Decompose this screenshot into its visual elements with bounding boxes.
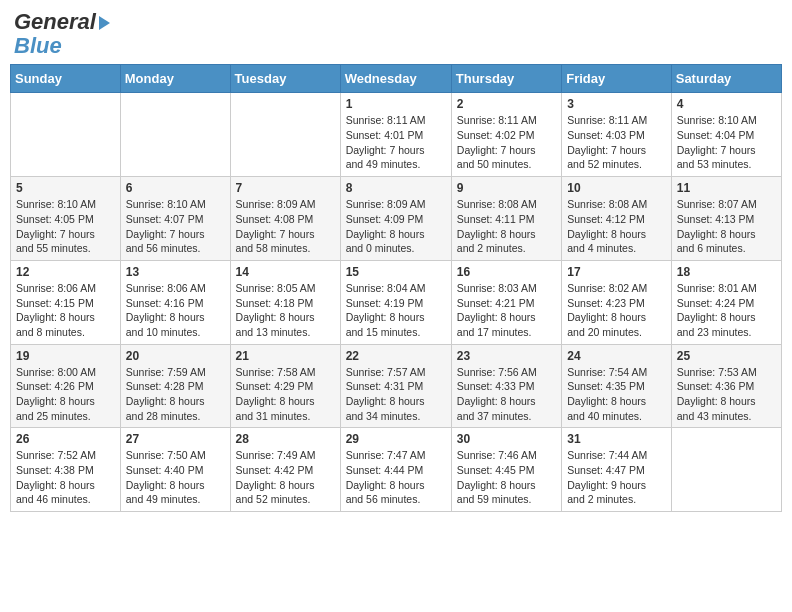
- cell-content: Sunrise: 8:06 AMSunset: 4:15 PMDaylight:…: [16, 281, 115, 340]
- calendar-cell: 28Sunrise: 7:49 AMSunset: 4:42 PMDayligh…: [230, 428, 340, 512]
- cell-content: Sunrise: 8:08 AMSunset: 4:12 PMDaylight:…: [567, 197, 666, 256]
- logo-general: General: [14, 10, 110, 34]
- day-number: 4: [677, 97, 776, 111]
- day-number: 23: [457, 349, 556, 363]
- calendar-cell: 26Sunrise: 7:52 AMSunset: 4:38 PMDayligh…: [11, 428, 121, 512]
- cell-content: Sunrise: 8:11 AMSunset: 4:02 PMDaylight:…: [457, 113, 556, 172]
- calendar-cell: 9Sunrise: 8:08 AMSunset: 4:11 PMDaylight…: [451, 177, 561, 261]
- calendar-cell: 13Sunrise: 8:06 AMSunset: 4:16 PMDayligh…: [120, 260, 230, 344]
- col-header-saturday: Saturday: [671, 65, 781, 93]
- calendar-cell: 18Sunrise: 8:01 AMSunset: 4:24 PMDayligh…: [671, 260, 781, 344]
- cell-content: Sunrise: 8:05 AMSunset: 4:18 PMDaylight:…: [236, 281, 335, 340]
- calendar-cell: 10Sunrise: 8:08 AMSunset: 4:12 PMDayligh…: [562, 177, 672, 261]
- day-number: 26: [16, 432, 115, 446]
- calendar-cell: 4Sunrise: 8:10 AMSunset: 4:04 PMDaylight…: [671, 93, 781, 177]
- day-number: 15: [346, 265, 446, 279]
- day-number: 2: [457, 97, 556, 111]
- calendar-cell: 16Sunrise: 8:03 AMSunset: 4:21 PMDayligh…: [451, 260, 561, 344]
- calendar-cell: 24Sunrise: 7:54 AMSunset: 4:35 PMDayligh…: [562, 344, 672, 428]
- calendar-cell: 3Sunrise: 8:11 AMSunset: 4:03 PMDaylight…: [562, 93, 672, 177]
- cell-content: Sunrise: 7:46 AMSunset: 4:45 PMDaylight:…: [457, 448, 556, 507]
- week-row-4: 19Sunrise: 8:00 AMSunset: 4:26 PMDayligh…: [11, 344, 782, 428]
- cell-content: Sunrise: 8:11 AMSunset: 4:03 PMDaylight:…: [567, 113, 666, 172]
- page-header: General Blue: [10, 10, 782, 58]
- cell-content: Sunrise: 7:54 AMSunset: 4:35 PMDaylight:…: [567, 365, 666, 424]
- cell-content: Sunrise: 7:44 AMSunset: 4:47 PMDaylight:…: [567, 448, 666, 507]
- col-header-thursday: Thursday: [451, 65, 561, 93]
- week-row-5: 26Sunrise: 7:52 AMSunset: 4:38 PMDayligh…: [11, 428, 782, 512]
- col-header-friday: Friday: [562, 65, 672, 93]
- calendar-cell: 25Sunrise: 7:53 AMSunset: 4:36 PMDayligh…: [671, 344, 781, 428]
- calendar-cell: 30Sunrise: 7:46 AMSunset: 4:45 PMDayligh…: [451, 428, 561, 512]
- day-number: 24: [567, 349, 666, 363]
- calendar-cell: 2Sunrise: 8:11 AMSunset: 4:02 PMDaylight…: [451, 93, 561, 177]
- day-number: 27: [126, 432, 225, 446]
- week-row-2: 5Sunrise: 8:10 AMSunset: 4:05 PMDaylight…: [11, 177, 782, 261]
- cell-content: Sunrise: 8:09 AMSunset: 4:08 PMDaylight:…: [236, 197, 335, 256]
- cell-content: Sunrise: 8:09 AMSunset: 4:09 PMDaylight:…: [346, 197, 446, 256]
- calendar-cell: [120, 93, 230, 177]
- calendar-cell: 8Sunrise: 8:09 AMSunset: 4:09 PMDaylight…: [340, 177, 451, 261]
- cell-content: Sunrise: 8:11 AMSunset: 4:01 PMDaylight:…: [346, 113, 446, 172]
- col-header-tuesday: Tuesday: [230, 65, 340, 93]
- calendar-cell: 17Sunrise: 8:02 AMSunset: 4:23 PMDayligh…: [562, 260, 672, 344]
- calendar-cell: 23Sunrise: 7:56 AMSunset: 4:33 PMDayligh…: [451, 344, 561, 428]
- day-number: 3: [567, 97, 666, 111]
- cell-content: Sunrise: 7:49 AMSunset: 4:42 PMDaylight:…: [236, 448, 335, 507]
- day-number: 31: [567, 432, 666, 446]
- day-number: 16: [457, 265, 556, 279]
- calendar-cell: [671, 428, 781, 512]
- day-number: 13: [126, 265, 225, 279]
- day-number: 17: [567, 265, 666, 279]
- col-header-sunday: Sunday: [11, 65, 121, 93]
- cell-content: Sunrise: 7:57 AMSunset: 4:31 PMDaylight:…: [346, 365, 446, 424]
- week-row-3: 12Sunrise: 8:06 AMSunset: 4:15 PMDayligh…: [11, 260, 782, 344]
- day-number: 12: [16, 265, 115, 279]
- day-number: 1: [346, 97, 446, 111]
- day-number: 29: [346, 432, 446, 446]
- calendar-cell: 29Sunrise: 7:47 AMSunset: 4:44 PMDayligh…: [340, 428, 451, 512]
- cell-content: Sunrise: 8:03 AMSunset: 4:21 PMDaylight:…: [457, 281, 556, 340]
- cell-content: Sunrise: 7:53 AMSunset: 4:36 PMDaylight:…: [677, 365, 776, 424]
- day-number: 18: [677, 265, 776, 279]
- day-number: 5: [16, 181, 115, 195]
- calendar-cell: 22Sunrise: 7:57 AMSunset: 4:31 PMDayligh…: [340, 344, 451, 428]
- day-number: 9: [457, 181, 556, 195]
- cell-content: Sunrise: 8:10 AMSunset: 4:05 PMDaylight:…: [16, 197, 115, 256]
- col-header-wednesday: Wednesday: [340, 65, 451, 93]
- day-number: 25: [677, 349, 776, 363]
- cell-content: Sunrise: 8:00 AMSunset: 4:26 PMDaylight:…: [16, 365, 115, 424]
- calendar-cell: 27Sunrise: 7:50 AMSunset: 4:40 PMDayligh…: [120, 428, 230, 512]
- calendar-cell: [11, 93, 121, 177]
- cell-content: Sunrise: 8:07 AMSunset: 4:13 PMDaylight:…: [677, 197, 776, 256]
- day-number: 20: [126, 349, 225, 363]
- week-row-1: 1Sunrise: 8:11 AMSunset: 4:01 PMDaylight…: [11, 93, 782, 177]
- day-number: 21: [236, 349, 335, 363]
- day-number: 8: [346, 181, 446, 195]
- calendar-cell: 21Sunrise: 7:58 AMSunset: 4:29 PMDayligh…: [230, 344, 340, 428]
- cell-content: Sunrise: 7:50 AMSunset: 4:40 PMDaylight:…: [126, 448, 225, 507]
- cell-content: Sunrise: 7:47 AMSunset: 4:44 PMDaylight:…: [346, 448, 446, 507]
- cell-content: Sunrise: 8:02 AMSunset: 4:23 PMDaylight:…: [567, 281, 666, 340]
- day-number: 7: [236, 181, 335, 195]
- cell-content: Sunrise: 7:59 AMSunset: 4:28 PMDaylight:…: [126, 365, 225, 424]
- calendar-cell: 12Sunrise: 8:06 AMSunset: 4:15 PMDayligh…: [11, 260, 121, 344]
- day-number: 10: [567, 181, 666, 195]
- cell-content: Sunrise: 8:10 AMSunset: 4:04 PMDaylight:…: [677, 113, 776, 172]
- logo: General Blue: [14, 10, 110, 58]
- cell-content: Sunrise: 7:56 AMSunset: 4:33 PMDaylight:…: [457, 365, 556, 424]
- calendar-cell: 15Sunrise: 8:04 AMSunset: 4:19 PMDayligh…: [340, 260, 451, 344]
- calendar-cell: 11Sunrise: 8:07 AMSunset: 4:13 PMDayligh…: [671, 177, 781, 261]
- logo-blue: Blue: [14, 34, 110, 58]
- calendar-cell: 31Sunrise: 7:44 AMSunset: 4:47 PMDayligh…: [562, 428, 672, 512]
- cell-content: Sunrise: 8:06 AMSunset: 4:16 PMDaylight:…: [126, 281, 225, 340]
- day-number: 19: [16, 349, 115, 363]
- day-number: 6: [126, 181, 225, 195]
- day-number: 30: [457, 432, 556, 446]
- cell-content: Sunrise: 8:08 AMSunset: 4:11 PMDaylight:…: [457, 197, 556, 256]
- calendar-cell: 6Sunrise: 8:10 AMSunset: 4:07 PMDaylight…: [120, 177, 230, 261]
- cell-content: Sunrise: 7:58 AMSunset: 4:29 PMDaylight:…: [236, 365, 335, 424]
- day-number: 28: [236, 432, 335, 446]
- cell-content: Sunrise: 7:52 AMSunset: 4:38 PMDaylight:…: [16, 448, 115, 507]
- calendar-cell: 19Sunrise: 8:00 AMSunset: 4:26 PMDayligh…: [11, 344, 121, 428]
